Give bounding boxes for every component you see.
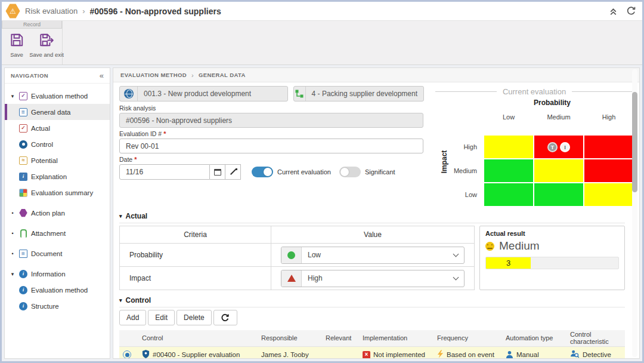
hierarchy-icon-button[interactable] — [294, 87, 306, 101]
control-toolbar: AddEditDelete — [119, 310, 625, 325]
general-data-icon: ≡ — [19, 108, 27, 116]
sidebar-item-general-data[interactable]: ≡General data — [5, 104, 110, 120]
sidebar-item-evaluation-method[interactable]: iEvaluation method — [5, 282, 110, 298]
criteria-row: ImpactHigh — [120, 267, 475, 290]
current-evaluation-legend: Current evaluation — [503, 87, 566, 96]
sidebar-item-attachment[interactable]: •Attachment — [5, 225, 110, 241]
significant-toggle-label: Significant — [365, 168, 395, 176]
add-button[interactable]: Add — [119, 310, 146, 325]
criteria-cell: Impact — [120, 267, 271, 290]
save-and-exit-button[interactable]: Save and exit — [32, 32, 61, 58]
automation-type-cell: Manual — [502, 346, 566, 358]
matrix-cell-high-high[interactable] — [584, 136, 633, 158]
matrix-marker-badge-i[interactable]: I — [560, 142, 570, 152]
matrix-cell-high-low[interactable] — [484, 136, 533, 158]
sidebar-item-structure[interactable]: iStructure — [5, 298, 110, 314]
refresh-button[interactable] — [213, 310, 237, 325]
sidebar-item-action-plan[interactable]: •Action plan — [5, 205, 110, 221]
sidebar-item-explanation[interactable]: iExplanation — [5, 168, 110, 184]
implementation-cell: ×Not implemented — [359, 346, 434, 358]
impact-select[interactable]: High — [281, 270, 465, 287]
required-asterisk-icon: * — [134, 156, 137, 163]
actual-section-header[interactable]: ▾ Actual — [119, 212, 625, 223]
breadcrumb-section[interactable]: EVALUATION METHOD — [120, 72, 187, 78]
save-and-exit-floppy-arrow-icon — [39, 32, 54, 50]
row-select-cell — [119, 346, 138, 358]
actual-result-panel: Actual result Medium 3 — [479, 226, 625, 290]
sidebar-item-information[interactable]: ▾iInformation — [5, 266, 110, 282]
delete-button[interactable]: Delete — [177, 310, 212, 325]
app-window: ⚠ Risk evaluation › #00596 - Non-approve… — [0, 0, 644, 363]
refresh-icon — [221, 313, 230, 322]
column-header-implementation[interactable]: Implementation — [359, 330, 434, 346]
matrix-row-header: High — [444, 136, 483, 158]
chevron-down-icon — [453, 275, 459, 281]
sidebar-collapse-icon[interactable]: « — [100, 71, 104, 80]
refresh-icon[interactable] — [626, 6, 636, 16]
matrix-cell-medium-medium[interactable] — [534, 159, 583, 182]
evaluation-id-input[interactable]: Rev 00-01 — [119, 139, 423, 153]
date-wand-button[interactable] — [225, 164, 241, 180]
relevant-cell — [322, 346, 359, 358]
matrix-cell-low-low[interactable] — [484, 183, 533, 206]
control-table-row[interactable]: #00400 - Supplier evaluationJames J. Too… — [119, 346, 625, 358]
collapse-ribbon-icon[interactable] — [609, 7, 618, 16]
chevron-down-icon — [453, 251, 459, 257]
matrix-row-header: Medium — [444, 159, 483, 182]
section-caret-icon: ▾ — [119, 213, 122, 219]
structure-reference-value: 001.3 - New product development — [138, 87, 257, 101]
sidebar-item-actual[interactable]: ✓Actual — [5, 120, 110, 136]
matrix-cell-low-high[interactable] — [584, 183, 633, 206]
current-evaluation-toggle[interactable] — [252, 167, 273, 177]
row-radio-selected[interactable] — [123, 350, 131, 358]
value-column-header: Value — [271, 226, 475, 244]
save-button[interactable]: Save — [2, 32, 32, 58]
expander-caret-icon[interactable]: ▾ — [10, 93, 16, 99]
edit-button[interactable]: Edit — [148, 310, 175, 325]
date-input[interactable]: 11/16 — [119, 164, 210, 180]
sidebar-item-evaluation-summary[interactable]: Evaluation summary — [5, 184, 110, 201]
control-table: ControlResponsibleRelevantImplementation… — [119, 330, 625, 358]
risk-analysis-field: #00596 - Non-approved suppliers — [119, 113, 423, 128]
sidebar-item-control[interactable]: Control — [5, 136, 110, 152]
info-icon: i — [19, 286, 27, 294]
action-plan-icon — [19, 209, 27, 217]
actual-result-value: Medium — [499, 239, 540, 253]
column-header-relevant[interactable]: Relevant — [322, 330, 359, 346]
explanation-icon: i — [19, 173, 27, 181]
evaluation-summary-icon — [19, 189, 27, 197]
sidebar-item-label: Action plan — [31, 210, 65, 217]
info-icon: i — [19, 302, 27, 310]
matrix-cell-medium-low[interactable] — [484, 159, 533, 182]
shield-icon — [142, 350, 150, 358]
calendar-button[interactable] — [210, 164, 225, 180]
expander-caret-icon[interactable]: ▾ — [10, 271, 16, 277]
matrix-cell-medium-high[interactable] — [584, 159, 633, 182]
sidebar-item-label: Document — [31, 250, 62, 257]
column-header-frequency[interactable]: Frequency — [434, 330, 502, 346]
sidebar-item-evaluation-method[interactable]: ▾✓Evaluation method — [5, 88, 110, 104]
vertical-scrollbar[interactable] — [632, 69, 637, 357]
column-header-control[interactable]: Control — [138, 330, 258, 346]
sidebar-item-potential[interactable]: ≈Potential — [5, 152, 110, 168]
sidebar-item-label: Structure — [31, 303, 59, 310]
control-cell[interactable]: #00400 - Supplier evaluation — [138, 346, 258, 358]
significant-toggle[interactable] — [339, 167, 361, 177]
sidebar-item-label: Potential — [31, 157, 58, 164]
column-header-responsible[interactable]: Responsible — [258, 330, 322, 346]
main-panel: EVALUATION METHOD › GENERAL DATA 001.3 -… — [113, 67, 640, 359]
matrix-cell-high-medium[interactable]: TI — [534, 136, 583, 158]
structure-reference-field: 001.3 - New product development — [119, 86, 288, 101]
matrix-marker-badge-t[interactable]: T — [547, 142, 558, 152]
matrix-cell-low-medium[interactable] — [534, 183, 583, 206]
column-header-automation-type[interactable]: Automation type — [502, 330, 566, 346]
current-evaluation-toggle-label: Current evaluation — [277, 168, 331, 176]
control-section-header[interactable]: ▾ Control — [119, 296, 625, 307]
sidebar-nav-list: ▾✓Evaluation method≡General data✓ActualC… — [5, 88, 110, 314]
globe-icon-button[interactable] — [120, 87, 138, 101]
scrollbar-thumb[interactable] — [632, 92, 637, 192]
sidebar-item-document[interactable]: •≡Document — [5, 245, 110, 262]
column-header-control-characteristic[interactable]: Control characteristic — [566, 330, 625, 346]
probability-select[interactable]: Low — [281, 247, 465, 264]
criteria-column-header: Criteria — [120, 226, 271, 244]
